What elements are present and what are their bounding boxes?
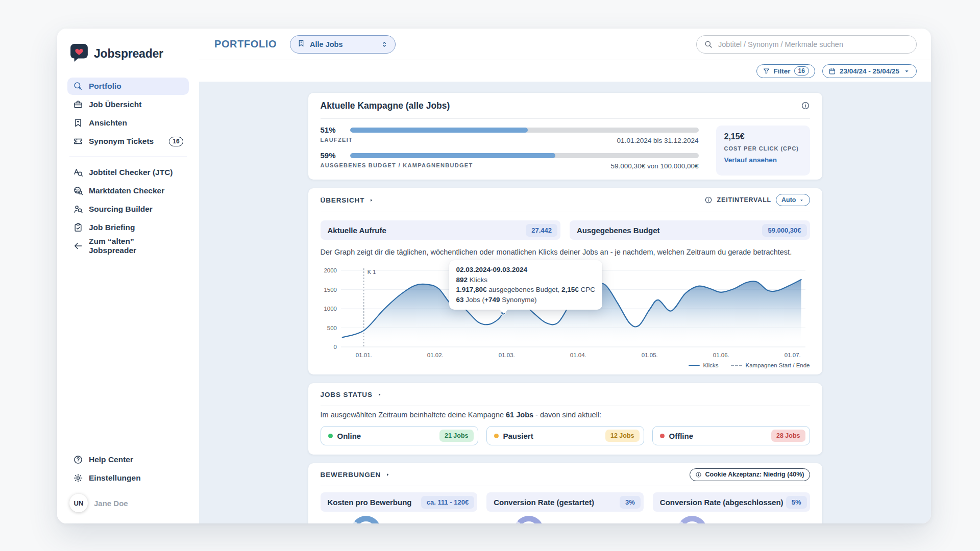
- svg-text:1500: 1500: [324, 287, 337, 293]
- cpc-value: 2,15€: [724, 132, 802, 141]
- cookie-acceptance-badge[interactable]: Cookie Akzeptanz: Niedrig (40%): [690, 468, 810, 481]
- sidebar-item-count-badge: 16: [169, 137, 183, 146]
- campaign-start-label: K 1: [367, 269, 376, 275]
- interval-label: ZEITINTERVALL: [717, 196, 771, 204]
- svg-text:01.03.: 01.03.: [498, 352, 514, 358]
- cpc-box: 2,15€ COST PER CLICK (CPC) Verlauf anseh…: [716, 126, 810, 176]
- sidebar-nav-tools: Jobtitel Checker (JTC)Marktdaten Checker…: [67, 164, 189, 255]
- sidebar-nav-main: PortfolioJob ÜbersichtAnsichtenSynonym T…: [67, 78, 189, 150]
- user-menu[interactable]: UN Jane Doe: [67, 494, 189, 512]
- search-icon: [704, 40, 713, 48]
- jobs-status-title: JOBS STATUS: [321, 391, 373, 398]
- sidebar-item-label: Marktdaten Checker: [89, 186, 164, 195]
- legend-item-kampagnen-start-ende: Kampagnen Start / Ende: [731, 362, 810, 368]
- sidebar-item-ansichten[interactable]: Ansichten: [67, 114, 189, 132]
- sidebar-item-job-übersicht[interactable]: Job Übersicht: [67, 96, 189, 113]
- stat-value-badge: 59.000,30€: [762, 224, 806, 237]
- brand-name: Jobspreader: [94, 47, 163, 61]
- uebersicht-stats-row: Aktuelle Aufrufe27.442Ausgegebenes Budge…: [321, 220, 810, 240]
- bewerbungen-header-toggle[interactable]: BEWERBUNGEN: [321, 471, 391, 479]
- donut-ring: [677, 516, 707, 523]
- status-chip-online[interactable]: Online21 Jobs: [321, 426, 478, 445]
- stat-label: Ausgegebenes Budget: [577, 226, 660, 235]
- clicks-chart[interactable]: 050010001500200001.01.01.02.01.03.01.04.…: [321, 261, 810, 361]
- bewerbungen-title: BEWERBUNGEN: [321, 471, 381, 479]
- sidebar-item-label: Zum “alten” Jobspreader: [89, 237, 183, 255]
- uebersicht-title: ÜBERSICHT: [321, 196, 365, 204]
- info-icon: [695, 471, 702, 478]
- bewerbungen-donuts-row: [321, 516, 810, 523]
- stat-value-badge: 5%: [786, 496, 807, 509]
- stat-ausgegebenes-budget: Ausgegebenes Budget59.000,30€: [570, 220, 810, 240]
- status-dot-icon: [494, 434, 499, 438]
- brand[interactable]: Jobspreader: [67, 43, 189, 64]
- sidebar-item-marktdaten-checker[interactable]: Marktdaten Checker: [67, 182, 189, 199]
- campaign-card-header: Aktuelle Kampagne (alle Jobs): [321, 93, 810, 118]
- clipboard-check-icon: [73, 222, 83, 233]
- search-input[interactable]: [717, 40, 909, 49]
- date-range-button[interactable]: 23/04/24 - 25/04/25: [822, 64, 917, 78]
- stat-value-badge: 3%: [620, 496, 641, 509]
- sidebar-item-zum-alten-jobspreader[interactable]: Zum “alten” Jobspreader: [67, 237, 189, 255]
- search-bar: [696, 35, 917, 54]
- campaign-progress-column: 51% LAUFZEIT 01.01.2024 bis 31.12.2024 5…: [321, 126, 699, 176]
- runtime-label: LAUFZEIT: [321, 137, 353, 144]
- stat-aktuelle-aufrufe: Aktuelle Aufrufe27.442: [321, 220, 561, 240]
- bewerbungen-stats-row: Kosten pro Bewerbungca. 111 - 120€Conver…: [321, 492, 810, 512]
- budget-percent: 59%: [321, 151, 343, 160]
- donut-chart-3: [647, 516, 810, 523]
- letter-search-icon: [73, 167, 83, 178]
- filter-button[interactable]: Filter 16: [756, 64, 815, 78]
- uebersicht-header: ÜBERSICHT ZEITINTERVALL Auto: [321, 188, 810, 212]
- jobs-status-header[interactable]: JOBS STATUS: [321, 383, 810, 406]
- interval-select[interactable]: Auto: [776, 194, 810, 206]
- divider: [321, 486, 810, 486]
- sidebar-item-label: Einstellungen: [89, 473, 141, 483]
- sidebar-item-job-briefing[interactable]: Job Briefing: [67, 219, 189, 236]
- status-count-badge: 21 Jobs: [439, 430, 474, 442]
- jobs-scope-label: Alle Jobs: [310, 40, 342, 48]
- jobs-scope-dropdown[interactable]: Alle Jobs: [290, 35, 395, 54]
- bookmark-heart-icon: [73, 118, 83, 128]
- info-icon[interactable]: [801, 101, 810, 110]
- sidebar-footer: Help CenterEinstellungen UN Jane Doe: [67, 451, 189, 512]
- uebersicht-header-toggle[interactable]: ÜBERSICHT: [321, 196, 375, 204]
- divider: [321, 406, 810, 406]
- sidebar-item-synonym-tickets[interactable]: Synonym Tickets16: [67, 133, 189, 150]
- sidebar-item-sourcing-builder[interactable]: Sourcing Builder: [67, 201, 189, 218]
- sidebar-item-label: Job Briefing: [89, 223, 135, 232]
- sidebar-item-label: Job Übersicht: [89, 100, 141, 109]
- legend-item-klicks: Klicks: [689, 362, 719, 368]
- campaign-title: Aktuelle Kampagne (alle Jobs): [321, 101, 450, 111]
- sidebar-item-einstellungen[interactable]: Einstellungen: [67, 469, 189, 487]
- donut-chart-2: [483, 516, 647, 523]
- campaign-card: Aktuelle Kampagne (alle Jobs) 51%: [308, 93, 822, 180]
- brand-logo-icon: [69, 43, 89, 64]
- svg-text:01.06.: 01.06.: [713, 352, 729, 358]
- caret-right-icon: [377, 392, 382, 397]
- sidebar-item-jobtitel-checker-jtc[interactable]: Jobtitel Checker (JTC): [67, 164, 189, 181]
- help-icon: [73, 455, 83, 465]
- sidebar-item-help-center[interactable]: Help Center: [67, 451, 189, 468]
- cpc-history-link[interactable]: Verlauf ansehen: [724, 156, 802, 164]
- interval-info-icon[interactable]: [704, 196, 713, 204]
- caret-down-icon: [903, 67, 911, 75]
- status-chip-offline[interactable]: Offline28 Jobs: [652, 426, 810, 445]
- runtime-percent: 51%: [321, 126, 343, 134]
- sidebar-item-portfolio[interactable]: Portfolio: [67, 78, 189, 95]
- donut-chart-1: [321, 516, 484, 523]
- cpc-label: COST PER CLICK (CPC): [724, 145, 802, 152]
- arrow-left-icon: [73, 241, 83, 251]
- status-label: Offline: [669, 432, 694, 440]
- status-chip-pausiert[interactable]: Pausiert12 Jobs: [486, 426, 644, 445]
- svg-text:1000: 1000: [324, 306, 337, 312]
- runtime-progress-bar: [350, 128, 699, 133]
- sidebar-item-label: Sourcing Builder: [89, 205, 153, 214]
- caret-right-icon: [385, 472, 390, 478]
- tooltip-line: 892 Klicks: [456, 275, 596, 285]
- sidebar-item-label: Portfolio: [89, 82, 121, 91]
- page-title: PORTFOLIO: [214, 38, 277, 50]
- runtime-progress-row: 51% LAUFZEIT 01.01.2024 bis 31.12.2024: [321, 126, 699, 144]
- sidebar-item-label: Help Center: [89, 455, 133, 464]
- topbar: PORTFOLIO Alle Jobs: [199, 29, 931, 60]
